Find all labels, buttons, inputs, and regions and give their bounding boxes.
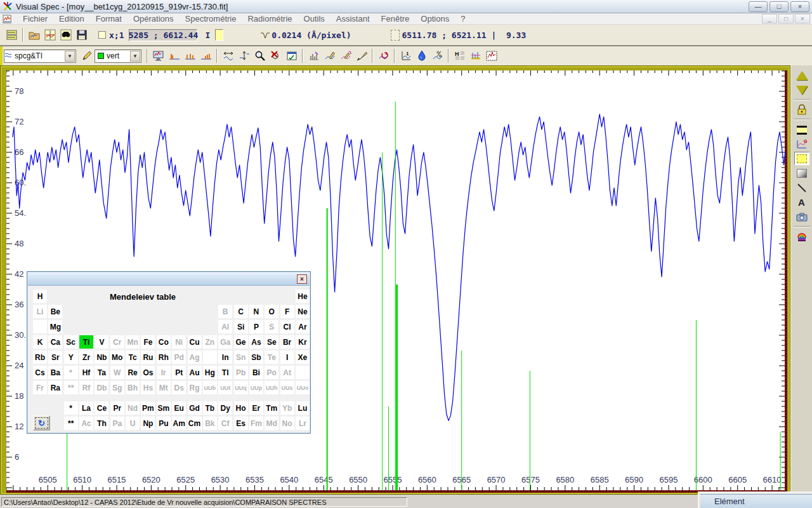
element-cell-star[interactable]: * xyxy=(64,401,78,415)
series-compare-icon-2[interactable] xyxy=(182,48,198,64)
combo-dropdown-arrow[interactable]: ▼ xyxy=(130,51,140,62)
profile-stack-icon[interactable] xyxy=(4,27,20,43)
zoom-reset-icon[interactable] xyxy=(268,48,284,64)
dialog-close-icon[interactable]: × xyxy=(297,274,307,284)
element-cell-Mg[interactable]: Mg xyxy=(48,320,62,333)
element-cell-Fe[interactable]: Fe xyxy=(141,335,155,349)
mendeleiev-titlebar[interactable]: × xyxy=(28,272,310,286)
element-cell-Ta[interactable]: Ta xyxy=(95,366,108,379)
mdi-close-button[interactable]: × xyxy=(795,14,810,23)
zoom-icon[interactable] xyxy=(252,48,268,64)
snapshot-button[interactable] xyxy=(794,210,809,224)
zone-select-button[interactable] xyxy=(794,152,809,165)
element-cell-Bi[interactable]: Bi xyxy=(249,366,263,379)
shift-horizontal-icon[interactable] xyxy=(220,48,236,64)
radiometry-chart-button[interactable]: G xyxy=(794,137,809,150)
pan-up-button[interactable] xyxy=(794,69,809,82)
menu-item-fentre[interactable]: Fenêtre xyxy=(376,14,416,23)
restore-button[interactable]: □ xyxy=(769,1,789,12)
preview-plot-icon[interactable] xyxy=(483,48,499,64)
element-cell-H[interactable]: H xyxy=(33,290,47,303)
element-cell-As[interactable]: As xyxy=(249,335,263,349)
droplet-icon[interactable] xyxy=(414,48,429,64)
combo-dropdown-arrow[interactable]: ▼ xyxy=(65,51,75,62)
element-cell-Ca[interactable]: Ca xyxy=(48,335,62,349)
element-cell-Ge[interactable]: Ge xyxy=(234,335,248,349)
element-cell-Ar[interactable]: Ar xyxy=(296,320,310,333)
element-cell-Am[interactable]: Am xyxy=(172,417,186,430)
color-combo[interactable]: vert ▼ xyxy=(95,50,141,63)
menu-item-?[interactable]: ? xyxy=(455,14,471,23)
gradient-button[interactable] xyxy=(794,166,809,180)
palette-button[interactable] xyxy=(794,230,809,243)
element-cell-Nb[interactable]: Nb xyxy=(95,351,108,364)
element-cell-Tl[interactable]: Tl xyxy=(218,366,232,379)
lock-button[interactable] xyxy=(794,103,809,116)
element-cell-Pu[interactable]: Pu xyxy=(157,417,171,430)
element-cell-Kr[interactable]: Kr xyxy=(296,335,310,349)
element-window-titlebar[interactable]: Elément xyxy=(700,494,812,508)
element-cell-He[interactable]: He xyxy=(296,290,310,303)
element-lines-icon[interactable] xyxy=(468,48,483,64)
pan-down-button[interactable] xyxy=(794,83,809,97)
line-pick-icon[interactable] xyxy=(306,48,322,64)
element-cell-Rb[interactable]: Rb xyxy=(33,351,47,364)
line-draw-button[interactable] xyxy=(794,181,809,194)
element-cell-La[interactable]: La xyxy=(79,401,93,415)
shift-vertical-icon[interactable] xyxy=(236,48,252,64)
element-cell-Ba[interactable]: Ba xyxy=(48,366,62,379)
screen-spectrum-icon[interactable] xyxy=(150,48,166,64)
element-cell-Xe[interactable]: Xe xyxy=(296,351,310,364)
menu-item-spectromtrie[interactable]: Spectrométrie xyxy=(180,14,242,23)
element-cell-Dy[interactable]: Dy xyxy=(218,401,232,415)
mdi-restore-button[interactable]: □ xyxy=(778,14,794,23)
element-cell-Es[interactable]: Es xyxy=(234,417,248,430)
menu-item-options[interactable]: Options xyxy=(415,14,455,23)
element-cell-Br[interactable]: Br xyxy=(280,335,294,349)
element-cell-Tb[interactable]: Tb xyxy=(203,401,217,415)
element-cell-Pm[interactable]: Pm xyxy=(141,401,155,415)
normalize-icon[interactable]: 1 xyxy=(398,48,414,64)
element-cell-Cs[interactable]: Cs xyxy=(33,366,47,379)
menu-item-assistant[interactable]: Assistant xyxy=(331,14,376,23)
fit-window-icon[interactable] xyxy=(284,48,299,64)
element-cell-Sr[interactable]: Sr xyxy=(48,351,62,364)
element-cell-Cu[interactable]: Cu xyxy=(188,335,202,349)
menu-item-format[interactable]: Format xyxy=(90,14,128,23)
element-cell-Re[interactable]: Re xyxy=(126,366,140,379)
element-cell-Zr[interactable]: Zr xyxy=(79,351,93,364)
element-cell-Si[interactable]: Si xyxy=(234,320,248,333)
menu-item-radiomtrie[interactable]: Radiométrie xyxy=(242,14,298,23)
element-cell-Se[interactable]: Se xyxy=(265,335,278,349)
element-window[interactable]: Elément xyxy=(698,491,812,508)
element-cell-Cl[interactable]: Cl xyxy=(280,320,294,333)
open-folder-icon[interactable] xyxy=(26,27,42,43)
text-tool-button[interactable]: A xyxy=(794,196,809,209)
element-cell-Co[interactable]: Co xyxy=(157,335,171,349)
element-cell-C[interactable]: C xyxy=(234,305,248,318)
element-cell-V[interactable]: V xyxy=(95,335,108,349)
element-cell-Ce[interactable]: Ce xyxy=(95,401,108,415)
element-cell-F[interactable]: F xyxy=(280,305,294,318)
element-cell-Be[interactable]: Be xyxy=(48,305,62,318)
element-cell-Np[interactable]: Np xyxy=(141,417,155,430)
element-cell-Gd[interactable]: Gd xyxy=(188,401,202,415)
element-cell-Hf[interactable]: Hf xyxy=(79,366,93,379)
element-cell-Ho[interactable]: Ho xyxy=(234,401,248,415)
element-cell-Tc[interactable]: Tc xyxy=(126,351,140,364)
menu-item-oprations[interactable]: Opérations xyxy=(128,14,180,23)
element-cell-Os[interactable]: Os xyxy=(141,366,155,379)
element-cell-starstar[interactable]: ** xyxy=(64,417,78,430)
element-cell-In[interactable]: In xyxy=(218,351,232,364)
equal-scale-button[interactable] xyxy=(794,123,809,136)
element-cell-N[interactable]: N xyxy=(249,305,263,318)
element-cell-P[interactable]: P xyxy=(249,320,263,333)
element-cell-I[interactable]: I xyxy=(280,351,294,364)
element-cell-Er[interactable]: Er xyxy=(249,401,263,415)
mdi-minimize-button[interactable]: _ xyxy=(762,14,777,23)
coord-readout-field[interactable]: 5285 ; 6612.44 xyxy=(129,29,197,41)
element-cell-Sm[interactable]: Sm xyxy=(157,401,171,415)
display-window-icon[interactable] xyxy=(42,27,58,43)
element-cell-Y[interactable]: Y xyxy=(64,351,78,364)
replot-icon[interactable] xyxy=(376,48,391,64)
